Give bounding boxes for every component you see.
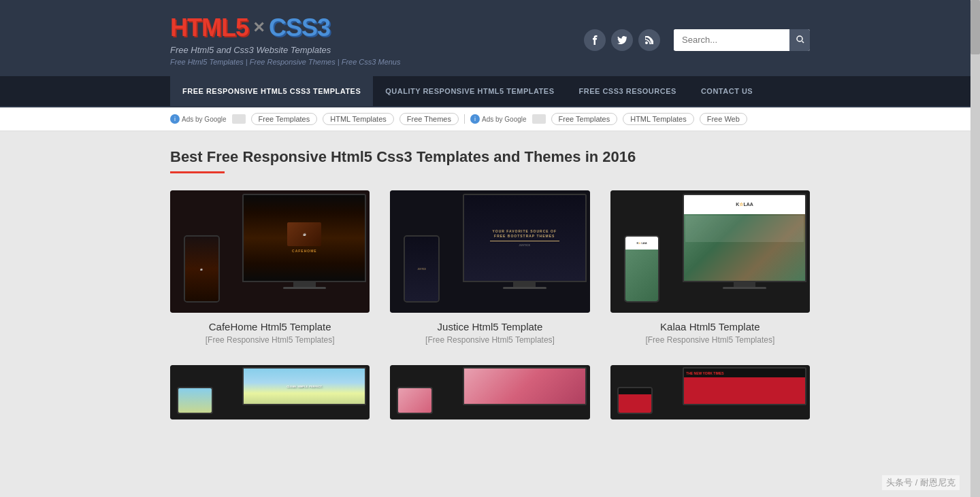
ads-pill-html-templates-2[interactable]: HTML Templates: [623, 113, 694, 125]
ads-pill-html-templates-1[interactable]: HTML Templates: [323, 113, 394, 125]
template-name-kalaa: Kalaa Html5 Template: [610, 321, 810, 332]
ads-info-icon-1: i: [170, 114, 180, 124]
templates-grid-row2: CLEAN. SIMPLE. PERFECT.: [170, 365, 810, 428]
nav-bar: FREE RESPONSIVE HTML5 CSS3 TEMPLATES QUA…: [0, 76, 980, 107]
scrollbar: [970, 0, 980, 497]
template-category-cafehome: [Free Responsive Html5 Templates]: [170, 335, 370, 345]
ads-pill-free-themes-1[interactable]: Free Themes: [399, 113, 459, 125]
ads-label-1: Ads by Google: [182, 116, 227, 123]
facebook-icon[interactable]: [584, 29, 606, 51]
social-icons: [584, 29, 660, 51]
svg-point-1: [797, 36, 802, 41]
template-card-colorful[interactable]: [390, 365, 589, 428]
nav-item-free-responsive[interactable]: FREE RESPONSIVE HTML5 CSS3 TEMPLATES: [170, 76, 373, 106]
nav-item-css3-resources[interactable]: FREE CSS3 RESOURCES: [567, 76, 689, 106]
scrollbar-thumb[interactable]: [970, 0, 980, 54]
logo-css3: CSS3: [269, 14, 330, 42]
svg-line-2: [802, 41, 804, 43]
logo: HTML5 ✕ CSS3 Free Html5 and Css3 Website…: [170, 14, 401, 66]
page-title: Best Free Responsive Html5 Css3 Template…: [170, 148, 810, 166]
watermark: 头条号 / 耐恩尼克: [882, 475, 960, 490]
site-header: HTML5 ✕ CSS3 Free Html5 and Css3 Website…: [0, 0, 980, 76]
template-card-justice[interactable]: YOUR FAVORITE SOURCE OFFREE BOOTSTRAP TH…: [390, 190, 589, 345]
template-preview-clean: CLEAN. SIMPLE. PERFECT.: [170, 365, 370, 419]
search-button[interactable]: [789, 29, 810, 51]
svg-point-0: [645, 41, 648, 44]
template-preview-red: THE NEW YORK TIMES: [610, 365, 810, 419]
template-name-cafehome: CafeHome Html5 Template: [170, 321, 370, 332]
ads-tag-1: i Ads by Google: [170, 114, 227, 124]
ads-tag-2: i Ads by Google: [470, 114, 527, 124]
ads-label-2: Ads by Google: [482, 116, 527, 123]
ads-decoration-2: [532, 114, 546, 124]
logo-arrow: ✕: [252, 19, 265, 37]
template-preview-kalaa: K☆LAA: [610, 190, 810, 313]
templates-grid: ☕ CAFEHOME ☕: [170, 190, 810, 345]
logo-html5: HTML5: [170, 14, 248, 42]
twitter-icon[interactable]: [611, 29, 633, 51]
template-preview-cafehome: ☕ CAFEHOME ☕: [170, 190, 370, 313]
title-underline: [170, 171, 225, 173]
ads-bar: i Ads by Google Free Templates HTML Temp…: [0, 107, 980, 131]
template-category-kalaa: [Free Responsive Html5 Templates]: [610, 335, 810, 345]
template-preview-colorful: [390, 365, 589, 419]
nav-item-quality-responsive[interactable]: QUALITY RESPONSIVE HTML5 TEMPLATES: [373, 76, 566, 106]
ads-pill-free-web[interactable]: Free Web: [700, 113, 747, 125]
template-card-red[interactable]: THE NEW YORK TIMES: [610, 365, 810, 428]
search-box: [674, 29, 810, 51]
template-card-clean[interactable]: CLEAN. SIMPLE. PERFECT.: [170, 365, 370, 428]
ads-decoration-1: [232, 114, 246, 124]
main-content: Best Free Responsive Html5 Css3 Template…: [157, 131, 823, 465]
header-right: [584, 29, 810, 51]
ads-pill-free-templates-1[interactable]: Free Templates: [251, 113, 318, 125]
template-card-cafehome[interactable]: ☕ CAFEHOME ☕: [170, 190, 370, 345]
ads-pill-free-templates-2[interactable]: Free Templates: [551, 113, 618, 125]
template-preview-justice: YOUR FAVORITE SOURCE OFFREE BOOTSTRAP TH…: [390, 190, 589, 313]
logo-tagline: Free Html5 Templates | Free Responsive T…: [170, 58, 401, 66]
ads-divider: [464, 114, 465, 124]
nav-item-contact-us[interactable]: CONTACT US: [689, 76, 765, 106]
ads-info-icon-2: i: [470, 114, 480, 124]
template-card-kalaa[interactable]: K☆LAA: [610, 190, 810, 345]
template-name-justice: Justice Html5 Template: [390, 321, 589, 332]
search-input[interactable]: [674, 29, 789, 50]
logo-subtitle: Free Html5 and Css3 Website Templates: [170, 45, 401, 55]
rss-icon[interactable]: [638, 29, 660, 51]
template-category-justice: [Free Responsive Html5 Templates]: [390, 335, 589, 345]
